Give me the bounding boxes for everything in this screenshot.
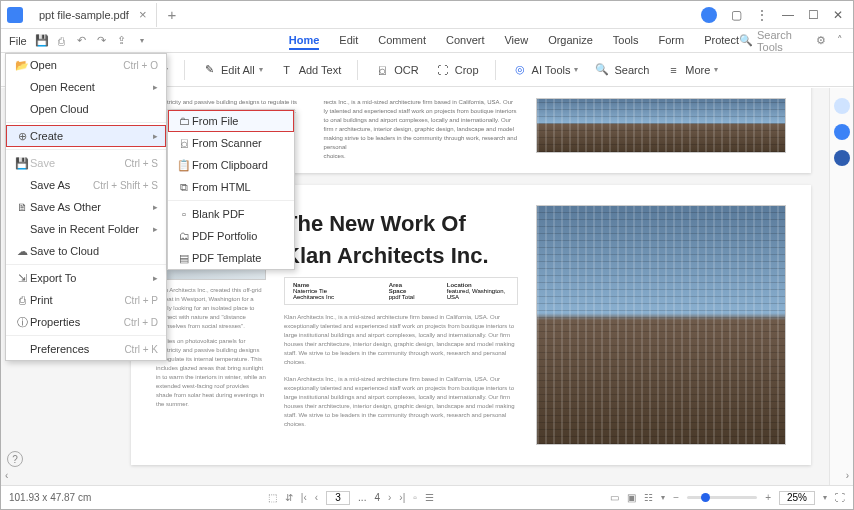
create-icon: ⊕: [14, 130, 30, 143]
last-page-icon[interactable]: ›|: [399, 492, 405, 503]
menu-save-recent-folder[interactable]: Save in Recent Folder▸: [6, 218, 166, 240]
window-maximize-icon[interactable]: ☐: [808, 8, 819, 22]
page-nav: ⬚ ⇵ |‹ ‹ ...4 › ›| ▫ ☰: [268, 491, 434, 505]
menu-preferences[interactable]: PreferencesCtrl + K: [6, 338, 166, 360]
submenu-from-html[interactable]: ⧉From HTML: [168, 176, 294, 198]
menu-create[interactable]: ⊕Create▸: [6, 125, 166, 147]
tab-organize[interactable]: Organize: [548, 32, 593, 50]
settings-icon[interactable]: ⚙: [815, 34, 826, 48]
submenu-pdf-template[interactable]: ▤PDF Template: [168, 247, 294, 269]
search-button[interactable]: 🔍Search: [588, 59, 655, 81]
ocr-icon: ⌼: [374, 62, 390, 78]
undo-icon[interactable]: ↶: [75, 34, 89, 48]
tab-view[interactable]: View: [504, 32, 528, 50]
layout-icon[interactable]: ☷: [644, 492, 653, 503]
ai-panel-icon[interactable]: [834, 124, 850, 140]
horizontal-scroll[interactable]: ‹›: [5, 469, 849, 481]
search-tools[interactable]: 🔍 Search Tools: [739, 29, 803, 53]
close-tab-icon[interactable]: ×: [139, 7, 147, 22]
menu-print[interactable]: ⎙PrintCtrl + P: [6, 289, 166, 311]
presentation-icon[interactable]: ▣: [627, 492, 636, 503]
prev-page-icon[interactable]: ‹: [315, 492, 318, 503]
zoom-in-icon[interactable]: +: [765, 492, 771, 503]
window-kebab-icon[interactable]: ⋮: [756, 8, 768, 22]
tab-home[interactable]: Home: [289, 32, 320, 50]
menu-open[interactable]: 📂OpenCtrl + O: [6, 54, 166, 76]
document-tab-label: ppt file-sample.pdf: [39, 9, 129, 21]
reading-mode-icon[interactable]: ⇵: [285, 492, 293, 503]
clipboard-icon: 📋: [176, 159, 192, 172]
fullscreen-icon[interactable]: ⛶: [835, 492, 845, 503]
more-button[interactable]: ≡More▾: [659, 59, 724, 81]
html-icon: ⧉: [176, 181, 192, 194]
submenu-from-scanner[interactable]: ⌼From Scanner: [168, 132, 294, 154]
ocr-button[interactable]: ⌼OCR: [368, 59, 424, 81]
menu-save-as[interactable]: Save AsCtrl + Shift + S: [6, 174, 166, 196]
first-page-icon[interactable]: |‹: [301, 492, 307, 503]
edit-all-button[interactable]: ✎Edit All▾: [195, 59, 269, 81]
ribbon-tabs: Home Edit Comment Convert View Organize …: [289, 32, 739, 50]
panel-icon[interactable]: [834, 98, 850, 114]
share-icon[interactable]: ⇪: [115, 34, 129, 48]
add-text-button[interactable]: TAdd Text: [273, 59, 348, 81]
single-page-icon[interactable]: ▫: [413, 492, 417, 503]
page-input[interactable]: [326, 491, 350, 505]
help-icon[interactable]: ?: [7, 451, 23, 467]
folder-open-icon: 📂: [14, 59, 30, 72]
crop-button[interactable]: ⛶Crop: [429, 59, 485, 81]
tab-convert[interactable]: Convert: [446, 32, 485, 50]
body-text: Klan Architects Inc., created this off-g…: [156, 286, 266, 331]
menu-export[interactable]: ⇲Export To▸: [6, 267, 166, 289]
page-total-sep: ...: [358, 492, 366, 503]
zoom-controls: ▭ ▣ ☷ ▾ − + ▾ ⛶: [610, 491, 845, 505]
menu-save-cloud[interactable]: ☁Save to Cloud: [6, 240, 166, 262]
right-sidebar: [829, 88, 853, 485]
print-icon[interactable]: ⎙: [55, 34, 69, 48]
zoom-out-icon[interactable]: −: [673, 492, 679, 503]
menu-open-recent[interactable]: Open Recent▸: [6, 76, 166, 98]
ai-tools-label: AI Tools: [532, 64, 571, 76]
zoom-input[interactable]: [779, 491, 815, 505]
redo-icon[interactable]: ↷: [95, 34, 109, 48]
crop-icon: ⛶: [435, 62, 451, 78]
user-badge-icon[interactable]: [701, 7, 717, 23]
submenu-blank-pdf[interactable]: ▫Blank PDF: [168, 203, 294, 225]
tab-protect[interactable]: Protect: [704, 32, 739, 50]
save-other-icon: 🗎: [14, 201, 30, 213]
menu-open-cloud[interactable]: Open Cloud: [6, 98, 166, 120]
more-label: More: [685, 64, 710, 76]
save-icon[interactable]: 💾: [35, 34, 49, 48]
window-close-icon[interactable]: ✕: [833, 8, 843, 22]
menu-bar: File 💾 ⎙ ↶ ↷ ⇪ ▾ Home Edit Comment Conve…: [1, 29, 853, 53]
add-tab-button[interactable]: +: [157, 6, 186, 23]
tab-edit[interactable]: Edit: [339, 32, 358, 50]
app-icon: [7, 7, 23, 23]
blank-icon: ▫: [176, 208, 192, 220]
next-page-icon[interactable]: ›: [388, 492, 391, 503]
window-panel-icon[interactable]: ▢: [731, 8, 742, 22]
collapse-ribbon-icon[interactable]: ˄: [834, 34, 845, 48]
menu-save-as-other[interactable]: 🗎Save As Other▸: [6, 196, 166, 218]
tab-comment[interactable]: Comment: [378, 32, 426, 50]
body-text: Klan Architects Inc., is a mid-sized arc…: [284, 375, 518, 429]
export-icon: ⇲: [14, 272, 30, 285]
window-minimize-icon[interactable]: —: [782, 8, 794, 22]
tab-form[interactable]: Form: [658, 32, 684, 50]
tab-tools[interactable]: Tools: [613, 32, 639, 50]
word-panel-icon[interactable]: [834, 150, 850, 166]
magnifier-icon: 🔍: [594, 62, 610, 78]
submenu-from-file[interactable]: 🗀From File: [168, 110, 294, 132]
view-mode-icon[interactable]: ▭: [610, 492, 619, 503]
document-tab[interactable]: ppt file-sample.pdf ×: [29, 3, 157, 27]
menu-properties[interactable]: ⓘPropertiesCtrl + D: [6, 311, 166, 333]
zoom-slider[interactable]: [687, 496, 757, 499]
body-text: It relies on photovoltaic panels for ele…: [156, 337, 266, 409]
file-menu-button[interactable]: File: [9, 35, 27, 47]
submenu-from-clipboard[interactable]: 📋From Clipboard: [168, 154, 294, 176]
qat-dropdown-icon[interactable]: ▾: [135, 34, 149, 48]
fit-width-icon[interactable]: ⬚: [268, 492, 277, 503]
submenu-pdf-portfolio[interactable]: 🗂PDF Portfolio: [168, 225, 294, 247]
edit-all-label: Edit All: [221, 64, 255, 76]
ai-tools-button[interactable]: ◎AI Tools▾: [506, 59, 585, 81]
continuous-icon[interactable]: ☰: [425, 492, 434, 503]
